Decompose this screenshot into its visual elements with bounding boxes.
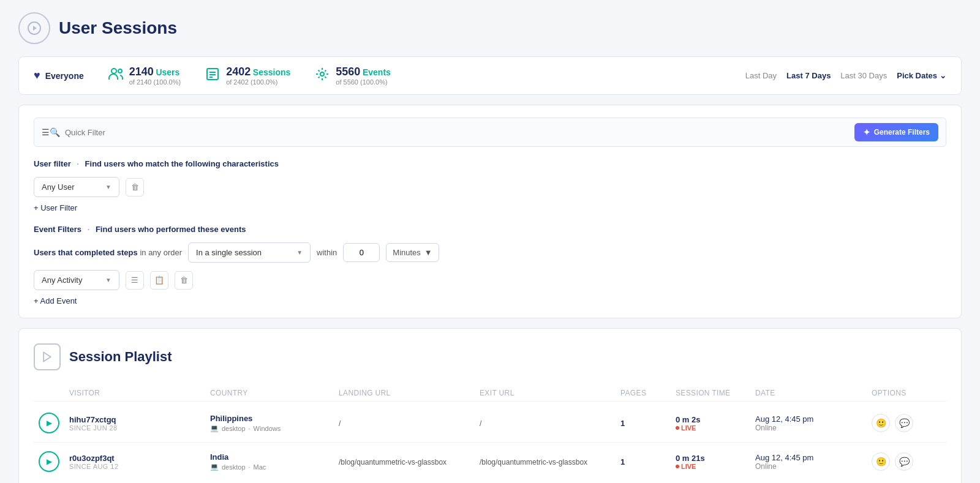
exit-url-cell-1: / (480, 419, 614, 428)
list-icon: ☰ (131, 275, 138, 285)
users-icon (108, 67, 123, 85)
steps-label: Users that completed steps in any order (34, 248, 182, 257)
date-filter-last-30-days[interactable]: Last 30 Days (840, 71, 887, 80)
date-filter-last-7-days[interactable]: Last 7 Days (786, 71, 831, 80)
svg-point-3 (118, 69, 122, 73)
live-badge-1: LIVE (676, 424, 749, 432)
quick-filter-input[interactable] (65, 128, 854, 137)
exit-url-cell-2: /blog/quantummetric-vs-glassbox (480, 457, 614, 466)
events-stat: 5560 Events of 5560 (100.0%) (315, 66, 391, 86)
users-value: 2140 (129, 66, 154, 78)
pages-cell-2: 1 (620, 457, 669, 466)
col-visitor: Visitor (69, 389, 204, 397)
events-sub: of 5560 (100.0%) (336, 78, 391, 86)
date-filters: Last Day Last 7 Days Last 30 Days Pick D… (745, 71, 946, 80)
desktop-icon: 💻 (210, 463, 219, 471)
any-activity-dropdown[interactable]: Any Activity ▼ (34, 270, 119, 290)
live-dot-icon (676, 465, 679, 468)
page-logo-icon (18, 12, 50, 44)
events-label: Events (363, 67, 391, 77)
session-time-cell-2: 0 m 21s LIVE (676, 454, 749, 470)
filter-panel: ☰🔍 ✦ Generate Filters User filter · Find… (18, 105, 962, 318)
pick-dates-button[interactable]: Pick Dates ⌄ (897, 71, 946, 80)
comment-button-2[interactable]: 💬 (895, 452, 913, 471)
any-user-dropdown[interactable]: Any User ▼ (34, 177, 119, 197)
date-cell-1: Aug 12, 4:45 pm Online (755, 414, 865, 432)
event-filter-section: Event Filters · Find users who performed… (34, 225, 946, 305)
user-filter-section-label: User filter · Find users who match the f… (34, 159, 946, 168)
col-pages: Pages (620, 389, 669, 397)
visitor-cell-1: hihu77xctgq SINCE JUN 28 (69, 415, 204, 432)
session-type-dropdown[interactable]: In a single session ▼ (188, 242, 311, 263)
trash-icon: 🗑 (131, 182, 139, 192)
play-button-1[interactable]: ▶ (39, 413, 63, 433)
minutes-dropdown[interactable]: Minutes ▼ (386, 243, 439, 262)
svg-point-8 (320, 72, 324, 76)
col-country: Country (210, 389, 333, 397)
add-user-filter-link[interactable]: + User Filter (34, 203, 946, 212)
events-value: 5560 (336, 66, 360, 78)
chevron-down-icon: ▼ (424, 248, 432, 257)
landing-url-cell-1: / (339, 419, 473, 428)
svg-marker-1 (33, 26, 37, 31)
session-playlist-section: Session Playlist Visitor Country Landing… (18, 328, 962, 483)
stats-bar: ♥ Everyone 2140 Users of 2140 (100.0%) (18, 56, 962, 95)
svg-point-2 (111, 69, 116, 73)
sessions-value: 2402 (226, 66, 251, 78)
emoji-feedback-button-2[interactable]: 🙂 (872, 452, 890, 471)
within-label: within (317, 248, 337, 257)
chevron-down-icon: ▼ (105, 184, 111, 190)
generate-filters-button[interactable]: ✦ Generate Filters (854, 123, 938, 141)
trash-icon: 🗑 (180, 275, 188, 285)
event-filter-section-label: Event Filters · Find users who performed… (34, 225, 946, 234)
filter-search-icon: ☰🔍 (42, 127, 60, 137)
date-filter-last-day[interactable]: Last Day (745, 71, 777, 80)
live-dot-icon (676, 426, 679, 430)
options-cell-2: 🙂 💬 (872, 452, 933, 471)
col-date: Date (755, 389, 865, 397)
sessions-sub: of 2402 (100.0%) (226, 78, 290, 86)
everyone-label: Everyone (45, 71, 84, 81)
table-row: ▶ r0u3ozpf3qt SINCE AUG 12 India 💻 deskt… (34, 443, 946, 481)
col-landing-url: Landing URL (339, 389, 473, 397)
live-badge-2: LIVE (676, 463, 749, 470)
sessions-icon (205, 67, 220, 85)
comment-button-1[interactable]: 💬 (895, 414, 913, 432)
copy-icon: 📋 (154, 275, 164, 285)
events-icon (315, 67, 330, 85)
filter-icon-btn-1[interactable]: ☰ (126, 271, 144, 290)
desktop-icon: 💻 (210, 424, 219, 432)
play-button-2[interactable]: ▶ (39, 451, 63, 472)
chevron-down-icon: ⌄ (940, 71, 946, 80)
steps-row: Users that completed steps in any order … (34, 242, 946, 263)
delete-activity-filter-button[interactable]: 🗑 (175, 271, 193, 290)
date-cell-2: Aug 12, 4:45 pm Online (755, 453, 865, 471)
options-cell-1: 🙂 💬 (872, 414, 933, 432)
col-session-time: Session Time (676, 389, 749, 397)
visitor-cell-2: r0u3ozpf3qt SINCE AUG 12 (69, 454, 204, 470)
sparkle-icon: ✦ (863, 127, 870, 137)
everyone-segment[interactable]: ♥ Everyone (34, 69, 84, 82)
svg-marker-9 (43, 353, 51, 362)
sessions-label: Sessions (253, 67, 290, 77)
table-row: ▶ hihu77xctgq SINCE JUN 28 Philippines 💻… (34, 404, 946, 443)
col-play (39, 389, 63, 397)
within-minutes-input[interactable]: 0 (343, 243, 380, 262)
emoji-feedback-button-1[interactable]: 🙂 (872, 414, 890, 432)
col-exit-url: Exit URL (480, 389, 614, 397)
delete-user-filter-button[interactable]: 🗑 (126, 178, 144, 197)
filter-icon-btn-2[interactable]: 📋 (150, 271, 168, 290)
table-header: Visitor Country Landing URL Exit URL Pag… (34, 385, 946, 402)
add-event-link[interactable]: + Add Event (34, 296, 946, 305)
col-options: Options (872, 389, 933, 397)
pages-cell-1: 1 (620, 419, 669, 428)
heart-icon: ♥ (34, 69, 40, 82)
quick-filter-row: ☰🔍 ✦ Generate Filters (34, 118, 946, 147)
country-cell-1: Philippines 💻 desktop · Windows (210, 414, 333, 432)
playlist-header: Session Playlist (34, 343, 946, 370)
landing-url-cell-2: /blog/quantummetric-vs-glassbox (339, 457, 473, 466)
chevron-down-icon: ▼ (105, 277, 111, 283)
chevron-down-icon: ▼ (296, 249, 303, 256)
playlist-icon (34, 343, 61, 370)
sessions-stat: 2402 Sessions of 2402 (100.0%) (205, 66, 290, 86)
